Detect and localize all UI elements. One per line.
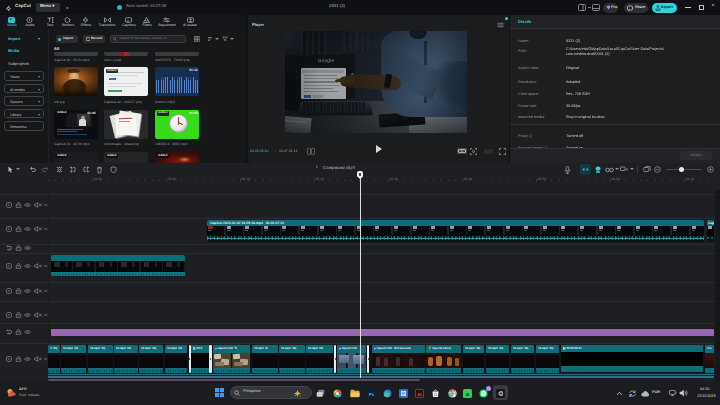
svg-text:a: a (466, 391, 470, 397)
svg-text:Ai: Ai (417, 391, 422, 396)
svg-text:Ps: Ps (369, 391, 375, 396)
